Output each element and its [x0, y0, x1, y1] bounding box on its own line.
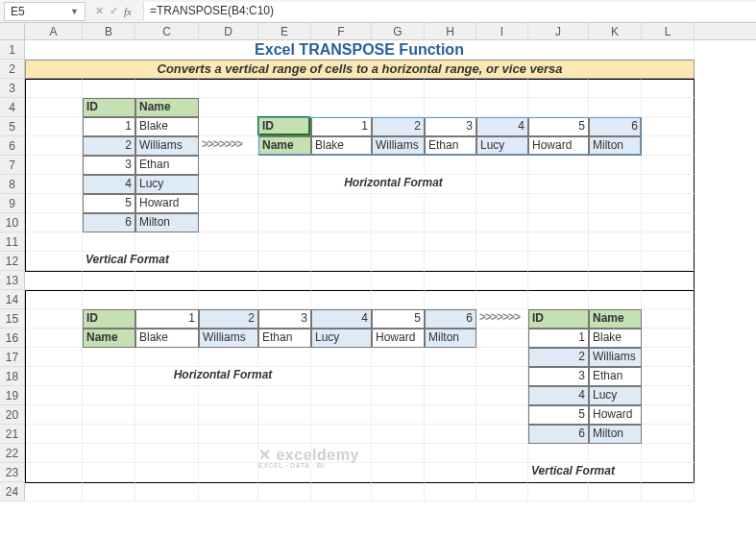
cell[interactable] — [311, 232, 372, 252]
cell[interactable] — [589, 271, 642, 290]
cell[interactable]: 4 — [528, 386, 589, 405]
cell[interactable] — [589, 482, 642, 501]
cell[interactable] — [528, 252, 589, 271]
cell[interactable] — [311, 386, 372, 405]
cell[interactable] — [589, 79, 642, 98]
grid[interactable]: Excel TRANSPOSE FunctionConverts a verti… — [25, 40, 695, 501]
cell[interactable]: 1 — [135, 309, 199, 329]
cell[interactable] — [83, 79, 135, 98]
cell[interactable] — [642, 309, 695, 329]
cell[interactable] — [372, 156, 425, 175]
cell[interactable] — [83, 367, 135, 386]
cell[interactable]: Name — [83, 329, 135, 348]
cell[interactable]: 3 — [83, 156, 135, 175]
cell[interactable] — [642, 156, 695, 175]
cell[interactable] — [589, 444, 642, 463]
cell[interactable] — [199, 271, 258, 290]
cell[interactable] — [83, 463, 135, 482]
cell[interactable]: ID — [528, 309, 589, 329]
select-all-corner[interactable] — [0, 23, 25, 39]
cell[interactable] — [311, 79, 372, 98]
col-header-C[interactable]: C — [135, 23, 199, 39]
cell[interactable]: 4 — [476, 117, 528, 136]
cell[interactable] — [528, 290, 589, 309]
cell[interactable]: ID — [83, 309, 135, 329]
cell[interactable] — [642, 348, 695, 367]
cell[interactable] — [528, 98, 589, 117]
cancel-icon[interactable]: ✕ — [95, 5, 104, 17]
cell[interactable] — [642, 136, 695, 156]
cell[interactable] — [25, 444, 83, 463]
cell[interactable] — [425, 367, 476, 386]
row-header-9[interactable]: 9 — [0, 194, 25, 213]
cell[interactable]: ID — [258, 117, 311, 136]
cell[interactable]: 6 — [425, 309, 476, 329]
cell[interactable] — [528, 271, 589, 290]
cell[interactable]: Howard — [372, 329, 425, 348]
cell[interactable] — [199, 117, 258, 136]
cell[interactable]: >>>>>>> — [199, 136, 258, 156]
cell[interactable] — [199, 463, 258, 482]
cell[interactable] — [311, 271, 372, 290]
cell[interactable] — [25, 175, 83, 194]
cell[interactable] — [425, 232, 476, 252]
cell[interactable] — [476, 175, 528, 194]
cell[interactable] — [25, 252, 83, 271]
cell[interactable] — [135, 79, 199, 98]
cell[interactable]: 5 — [83, 194, 135, 213]
cell[interactable] — [199, 290, 258, 309]
cell[interactable] — [83, 290, 135, 309]
cell[interactable] — [199, 194, 258, 213]
cell[interactable] — [476, 348, 528, 367]
cell[interactable] — [589, 252, 642, 271]
cell[interactable] — [135, 482, 199, 501]
cell[interactable] — [25, 98, 83, 117]
cell[interactable] — [372, 232, 425, 252]
cell[interactable]: Howard — [135, 194, 199, 213]
cell[interactable]: Horizontal Format — [135, 367, 311, 386]
cell[interactable] — [589, 213, 642, 232]
cell[interactable]: 5 — [528, 117, 589, 136]
cell[interactable] — [476, 386, 528, 405]
cell[interactable] — [476, 482, 528, 501]
cell[interactable]: 2 — [83, 136, 135, 156]
cell[interactable] — [589, 290, 642, 309]
cell[interactable] — [199, 252, 258, 271]
cell[interactable] — [589, 194, 642, 213]
cell[interactable]: Blake — [135, 117, 199, 136]
cell[interactable]: 1 — [311, 117, 372, 136]
cell[interactable]: Williams — [199, 329, 258, 348]
cell[interactable] — [135, 405, 199, 425]
cell[interactable] — [425, 252, 476, 271]
cell[interactable] — [258, 348, 311, 367]
cell[interactable] — [372, 386, 425, 405]
cell[interactable] — [425, 213, 476, 232]
cell[interactable] — [258, 232, 311, 252]
row-header-11[interactable]: 11 — [0, 232, 25, 252]
cell[interactable] — [25, 425, 83, 444]
col-header-K[interactable]: K — [589, 23, 642, 39]
col-header-I[interactable]: I — [476, 23, 528, 39]
cell[interactable] — [25, 405, 83, 425]
cell[interactable] — [135, 232, 199, 252]
cell[interactable] — [425, 194, 476, 213]
cell[interactable] — [25, 290, 83, 309]
cell[interactable] — [476, 271, 528, 290]
cell[interactable] — [25, 348, 83, 367]
cell[interactable] — [311, 405, 372, 425]
cell[interactable] — [476, 156, 528, 175]
cell[interactable] — [25, 79, 83, 98]
row-header-21[interactable]: 21 — [0, 425, 25, 444]
cell[interactable] — [199, 425, 258, 444]
cell[interactable] — [476, 463, 528, 482]
row-header-12[interactable]: 12 — [0, 252, 25, 271]
cell[interactable] — [425, 98, 476, 117]
cell[interactable] — [199, 213, 258, 232]
cell[interactable]: Blake — [589, 329, 642, 348]
col-header-F[interactable]: F — [311, 23, 372, 39]
col-header-J[interactable]: J — [528, 23, 589, 39]
cell[interactable] — [476, 98, 528, 117]
cell[interactable]: 6 — [83, 213, 135, 232]
cell[interactable] — [425, 405, 476, 425]
cell[interactable] — [528, 213, 589, 232]
